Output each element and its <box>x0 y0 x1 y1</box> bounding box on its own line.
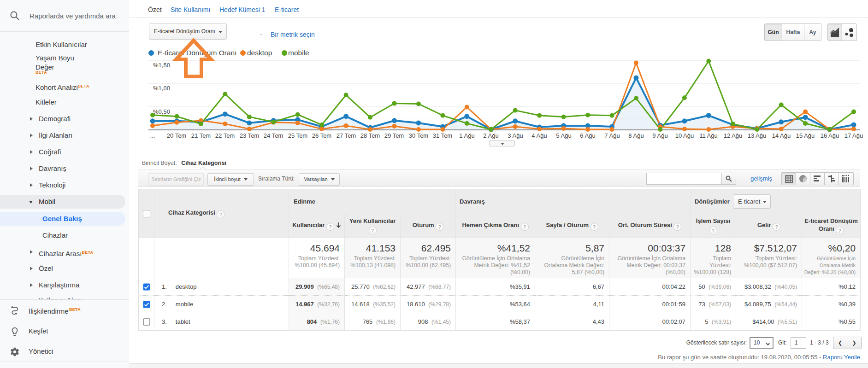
svg-text:%0,50: %0,50 <box>153 108 170 115</box>
svg-text:...: ... <box>150 132 155 139</box>
svg-text:1 Ağu: 1 Ağu <box>459 132 474 139</box>
svg-text:9 Ağu: 9 Ağu <box>652 132 667 139</box>
svg-text:28 Tem: 28 Tem <box>360 132 380 139</box>
svg-text:29 Tem: 29 Tem <box>384 132 404 139</box>
svg-text:%1,50: %1,50 <box>153 62 170 69</box>
svg-text:8 Ağu: 8 Ağu <box>628 132 644 139</box>
svg-text:12 Ağu: 12 Ağu <box>724 132 743 139</box>
svg-text:27 Tem: 27 Tem <box>337 132 356 139</box>
svg-text:17 Ağu: 17 Ağu <box>844 132 863 139</box>
svg-text:15 Ağu: 15 Ağu <box>796 132 815 139</box>
svg-text:3 Ağu: 3 Ağu <box>508 132 523 139</box>
svg-text:21 Tem: 21 Tem <box>191 132 211 139</box>
svg-text:11 Ağu: 11 Ağu <box>699 132 718 139</box>
svg-text:7 Ağu: 7 Ağu <box>604 132 620 139</box>
svg-text:4 Ağu: 4 Ağu <box>531 132 547 139</box>
svg-text:30 Tem: 30 Tem <box>409 132 428 139</box>
svg-text:%1,00: %1,00 <box>153 85 170 92</box>
svg-text:2 Ağu: 2 Ağu <box>483 132 498 139</box>
svg-text:10 Ağu: 10 Ağu <box>675 132 694 139</box>
svg-text:24 Tem: 24 Tem <box>264 132 283 139</box>
svg-text:22 Tem: 22 Tem <box>215 132 235 139</box>
svg-text:5 Ağu: 5 Ağu <box>556 132 571 139</box>
svg-text:31 Tem: 31 Tem <box>433 132 452 139</box>
svg-text:23 Tem: 23 Tem <box>240 132 259 139</box>
svg-text:20 Tem: 20 Tem <box>167 132 186 139</box>
svg-text:16 Ağu: 16 Ağu <box>821 132 839 139</box>
svg-text:13 Ağu: 13 Ağu <box>748 132 767 139</box>
svg-text:26 Tem: 26 Tem <box>312 132 331 139</box>
svg-text:14 Ağu: 14 Ağu <box>772 132 791 139</box>
svg-text:6 Ağu: 6 Ağu <box>580 132 595 139</box>
svg-text:25 Tem: 25 Tem <box>288 132 307 139</box>
